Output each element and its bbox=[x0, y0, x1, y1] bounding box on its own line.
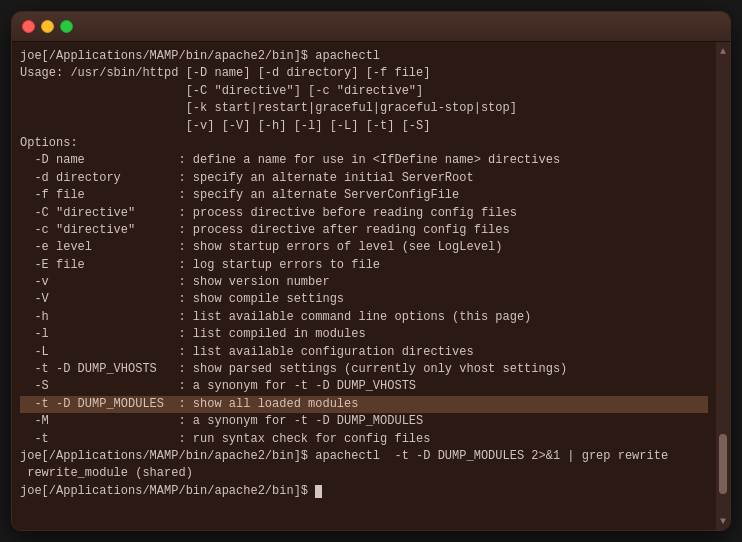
terminal-line: -f file : specify an alternate ServerCon… bbox=[20, 187, 708, 204]
maximize-button[interactable] bbox=[60, 20, 73, 33]
traffic-lights bbox=[22, 20, 73, 33]
terminal-line: -t : run syntax check for config files bbox=[20, 431, 708, 448]
scrollbar-thumb[interactable] bbox=[719, 434, 727, 494]
terminal-line: -d directory : specify an alternate init… bbox=[20, 170, 708, 187]
close-button[interactable] bbox=[22, 20, 35, 33]
terminal-line: [-C "directive"] [-c "directive"] bbox=[20, 83, 708, 100]
terminal-window: joe[/Applications/MAMP/bin/apache2/bin]$… bbox=[11, 11, 731, 531]
terminal-content[interactable]: joe[/Applications/MAMP/bin/apache2/bin]$… bbox=[12, 42, 716, 530]
terminal-line: -l : list compiled in modules bbox=[20, 326, 708, 343]
terminal-line: Options: bbox=[20, 135, 708, 152]
terminal-line: -M : a synonym for -t -D DUMP_MODULES bbox=[20, 413, 708, 430]
titlebar bbox=[12, 12, 730, 42]
scrollbar[interactable]: ▲ ▼ bbox=[716, 42, 730, 530]
scroll-down-arrow[interactable]: ▼ bbox=[720, 514, 726, 528]
terminal-line: joe[/Applications/MAMP/bin/apache2/bin]$… bbox=[20, 448, 708, 465]
terminal-line: -L : list available configuration direct… bbox=[20, 344, 708, 361]
scrollbar-track bbox=[718, 58, 728, 514]
terminal-cursor bbox=[315, 485, 322, 498]
terminal-line: -h : list available command line options… bbox=[20, 309, 708, 326]
terminal-line: -e level : show startup errors of level … bbox=[20, 239, 708, 256]
terminal-line: -t -D DUMP_VHOSTS : show parsed settings… bbox=[20, 361, 708, 378]
terminal-line: Usage: /usr/sbin/httpd [-D name] [-d dir… bbox=[20, 65, 708, 82]
terminal-line: rewrite_module (shared) bbox=[20, 465, 708, 482]
terminal-line: -E file : log startup errors to file bbox=[20, 257, 708, 274]
terminal-line: -v : show version number bbox=[20, 274, 708, 291]
terminal-line: -c "directive" : process directive after… bbox=[20, 222, 708, 239]
terminal-line: -C "directive" : process directive befor… bbox=[20, 205, 708, 222]
terminal-line: -S : a synonym for -t -D DUMP_VHOSTS bbox=[20, 378, 708, 395]
terminal-line: joe[/Applications/MAMP/bin/apache2/bin]$ bbox=[20, 483, 708, 500]
terminal-line: joe[/Applications/MAMP/bin/apache2/bin]$… bbox=[20, 48, 708, 65]
terminal-line: -t -D DUMP_MODULES : show all loaded mod… bbox=[20, 396, 708, 413]
scroll-up-arrow[interactable]: ▲ bbox=[720, 44, 726, 58]
terminal-line: -V : show compile settings bbox=[20, 291, 708, 308]
terminal-line: [-k start|restart|graceful|graceful-stop… bbox=[20, 100, 708, 117]
terminal-body: joe[/Applications/MAMP/bin/apache2/bin]$… bbox=[12, 42, 730, 530]
terminal-line: -D name : define a name for use in <IfDe… bbox=[20, 152, 708, 169]
terminal-line: [-v] [-V] [-h] [-l] [-L] [-t] [-S] bbox=[20, 118, 708, 135]
minimize-button[interactable] bbox=[41, 20, 54, 33]
